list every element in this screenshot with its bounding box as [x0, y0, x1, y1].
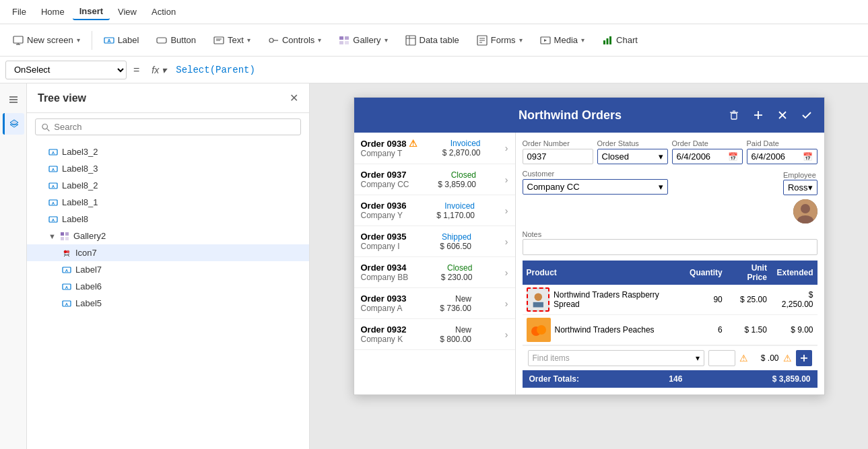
sidebar-close-button[interactable]: ✕ [290, 92, 298, 104]
svg-text:A: A [65, 302, 69, 306]
svg-rect-14 [345, 41, 349, 44]
order-status: Invoiced [450, 139, 481, 148]
formula-select[interactable]: OnSelect [5, 61, 127, 79]
order-chevron-icon: › [505, 236, 508, 247]
search-icon [41, 123, 50, 132]
customer-select[interactable]: Company CC ▾ [523, 179, 668, 195]
tree-item-gallery2[interactable]: ▼ Gallery2 [27, 228, 309, 244]
menu-file[interactable]: File [5, 4, 33, 20]
tree-item-label6[interactable]: A Label6 [27, 278, 309, 295]
find-items-select[interactable]: Find items ▾ [528, 350, 704, 366]
order-item-0932[interactable]: Order 0932 Company K New $ 800.00 › [354, 319, 515, 350]
data-table-button[interactable]: Data table [398, 30, 467, 50]
tree-item-label8[interactable]: A Label8 [27, 211, 309, 228]
svg-rect-45 [65, 232, 69, 236]
button-button[interactable]: Button [149, 30, 203, 50]
paid-date-input[interactable]: 6/4/2006 📅 [747, 149, 817, 164]
svg-rect-58 [731, 113, 737, 119]
order-amount: $ 1,170.00 [436, 211, 475, 220]
gallery-icon [339, 35, 349, 46]
app-window: Northwind Orders [354, 97, 825, 395]
order-status-label: Order Status [597, 139, 668, 147]
menu-view[interactable]: View [111, 4, 143, 20]
svg-rect-12 [345, 36, 349, 40]
label-button[interactable]: A Label [96, 30, 147, 50]
order-chevron-icon: › [505, 329, 508, 340]
label-icon: A [104, 35, 114, 46]
menu-insert[interactable]: Insert [73, 3, 110, 20]
label-element-icon: A [48, 215, 58, 224]
svg-rect-46 [61, 237, 64, 240]
main-layout: Tree view ✕ A Label3_2 [0, 83, 868, 449]
tree-item-label7[interactable]: A Label7 [27, 261, 309, 278]
order-item-0933[interactable]: Order 0933 Company A New $ 736.00 › [354, 288, 515, 319]
qty-input[interactable] [708, 350, 735, 366]
svg-line-33 [47, 129, 49, 131]
order-item-0934[interactable]: Order 0934 Company BB Closed $ 230.00 › [354, 257, 515, 288]
tree-item-label8-3[interactable]: A Label8_3 [27, 160, 309, 177]
layers-icon[interactable] [3, 113, 24, 135]
tree-item-label8-1[interactable]: A Label8_1 [27, 194, 309, 211]
order-status-select[interactable]: Closed ▾ [597, 149, 668, 164]
order-status: Shipped [442, 232, 471, 242]
new-screen-button[interactable]: New screen ▾ [5, 30, 88, 50]
order-item-0938[interactable]: Order 0938 ⚠ Company T Invoiced $ 2,870.… [354, 133, 515, 164]
svg-point-48 [64, 250, 67, 253]
order-number-value[interactable]: 0937 [523, 149, 593, 164]
order-number-text: Order 0936 [361, 201, 407, 211]
order-amount: $ 736.00 [440, 304, 471, 313]
warning-icon-2: ⚠ [783, 353, 792, 364]
sidebar-title: Tree view [38, 92, 284, 104]
search-input[interactable] [54, 122, 295, 132]
add-product-button[interactable] [796, 350, 812, 366]
notes-input[interactable] [523, 239, 817, 255]
check-button[interactable] [797, 106, 816, 125]
svg-text:A: A [107, 38, 110, 43]
add-button[interactable] [749, 106, 768, 125]
controls-button[interactable]: Controls ▾ [261, 30, 329, 50]
app-header: Northwind Orders [354, 98, 824, 133]
order-number-label: Order Number [523, 139, 593, 147]
calendar-icon: 📅 [728, 152, 738, 162]
employee-select[interactable]: Ross ▾ [783, 180, 817, 195]
order-item-0935[interactable]: Order 0935 Company I Shipped $ 606.50 › [354, 226, 515, 257]
label-element-icon: A [62, 299, 71, 308]
formula-input[interactable] [176, 61, 863, 79]
detail-fields-row2: Customer Company CC ▾ Employee Ross [523, 170, 817, 223]
close-button[interactable] [773, 106, 792, 125]
employee-label: Employee [783, 171, 816, 179]
plus-icon [752, 109, 764, 121]
svg-marker-23 [544, 39, 547, 42]
order-totals: Order Totals: 146 $ 3,859.00 [523, 370, 817, 388]
media-button[interactable]: Media ▾ [533, 30, 592, 50]
tree-content: A Label3_2 A Label8_3 A Label8_2 [27, 141, 309, 449]
label-element-icon: A [62, 265, 71, 275]
tree-item-label5[interactable]: A Label5 [27, 295, 309, 312]
svg-point-32 [42, 124, 48, 129]
chart-button[interactable]: Chart [595, 30, 645, 50]
trash-button[interactable] [725, 106, 743, 125]
formula-fx-label[interactable]: fx ▾ [146, 65, 172, 75]
order-date-input[interactable]: 6/4/2006 📅 [672, 149, 743, 164]
tree-item-icon7[interactable]: Icon7 [27, 244, 309, 261]
chevron-down-icon: ▾ [659, 151, 663, 162]
tree-item-label3-2[interactable]: A Label3_2 [27, 143, 309, 160]
search-box[interactable] [35, 118, 301, 135]
menu-home[interactable]: Home [34, 4, 71, 20]
order-status: New [455, 325, 471, 335]
menu-action[interactable]: Action [145, 4, 182, 20]
tree-item-label8-2[interactable]: A Label8_2 [27, 177, 309, 194]
check-icon [801, 109, 813, 121]
order-date-field: Order Date 6/4/2006 📅 [672, 139, 743, 164]
text-button[interactable]: Text ▾ [206, 30, 258, 50]
label-element-icon: A [48, 181, 58, 191]
order-number-text: Order 0938 [361, 139, 407, 149]
hamburger-menu-icon[interactable] [3, 89, 24, 110]
svg-text:A: A [52, 151, 55, 155]
gallery-button[interactable]: Gallery ▾ [331, 30, 395, 50]
customer-field: Customer Company CC ▾ [523, 170, 668, 195]
order-item-0936[interactable]: Order 0936 Company Y Invoiced $ 1,170.00… [354, 195, 515, 226]
order-item-0937[interactable]: Order 0937 Company CC Closed $ 3,859.00 … [354, 164, 515, 195]
forms-button[interactable]: Forms ▾ [469, 30, 530, 50]
tree-item-label: Label8_3 [62, 164, 98, 174]
